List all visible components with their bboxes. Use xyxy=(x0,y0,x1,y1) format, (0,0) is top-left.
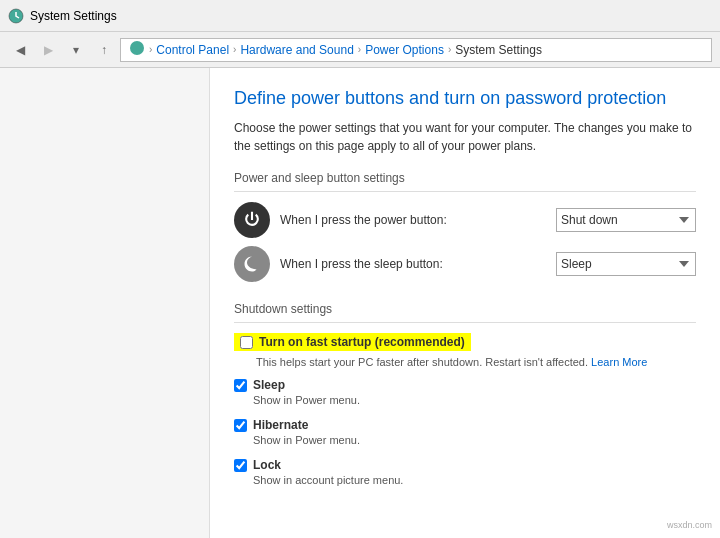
lock-shutdown-item: Lock Show in account picture menu. xyxy=(234,458,696,486)
hibernate-checkbox[interactable] xyxy=(234,419,247,432)
sleep-content: Sleep Show in Power menu. xyxy=(253,378,360,406)
main-container: Define power buttons and turn on passwor… xyxy=(0,68,720,538)
left-panel xyxy=(0,68,210,538)
sleep-button-label: When I press the sleep button: xyxy=(280,257,546,271)
sleep-button-dropdown[interactable]: Sleep Do nothing Hibernate Shut down xyxy=(556,252,696,276)
lock-content: Lock Show in account picture menu. xyxy=(253,458,403,486)
up-button[interactable]: ↑ xyxy=(92,38,116,62)
sleep-shutdown-item: Sleep Show in Power menu. xyxy=(234,378,696,406)
breadcrumb-hardware-sound[interactable]: Hardware and Sound xyxy=(240,43,353,57)
nav-bar: ◀ ▶ ▾ ↑ › Control Panel › Hardware and S… xyxy=(0,32,720,68)
sleep-label[interactable]: Sleep xyxy=(253,378,285,392)
lock-checkbox[interactable] xyxy=(234,459,247,472)
hibernate-content: Hibernate Show in Power menu. xyxy=(253,418,360,446)
sleep-desc: Show in Power menu. xyxy=(253,394,360,406)
power-section-header: Power and sleep button settings xyxy=(234,171,696,192)
learn-more-link[interactable]: Learn More xyxy=(591,356,647,368)
fast-startup-desc: This helps start your PC faster after sh… xyxy=(256,356,696,368)
button-settings-section: Power and sleep button settings When I p… xyxy=(234,171,696,282)
content-panel: Define power buttons and turn on passwor… xyxy=(210,68,720,538)
breadcrumb-icon xyxy=(129,40,145,59)
breadcrumb-sep-3: › xyxy=(448,44,451,55)
back-button[interactable]: ◀ xyxy=(8,38,32,62)
power-button-row: When I press the power button: Shut down… xyxy=(234,202,696,238)
svg-point-1 xyxy=(130,41,144,55)
dropdown-button[interactable]: ▾ xyxy=(64,38,88,62)
title-bar-text: System Settings xyxy=(30,9,117,23)
sleep-button-row: When I press the sleep button: Sleep Do … xyxy=(234,246,696,282)
breadcrumb-sep-0: › xyxy=(149,44,152,55)
power-icon xyxy=(234,202,270,238)
breadcrumb-current: System Settings xyxy=(455,43,542,57)
lock-label[interactable]: Lock xyxy=(253,458,281,472)
page-title: Define power buttons and turn on passwor… xyxy=(234,88,696,109)
fast-startup-checkbox[interactable] xyxy=(240,336,253,349)
breadcrumb: › Control Panel › Hardware and Sound › P… xyxy=(120,38,712,62)
page-description: Choose the power settings that you want … xyxy=(234,119,696,155)
power-button-label: When I press the power button: xyxy=(280,213,546,227)
breadcrumb-power-options[interactable]: Power Options xyxy=(365,43,444,57)
fast-startup-label[interactable]: Turn on fast startup (recommended) xyxy=(259,335,465,349)
title-bar: System Settings xyxy=(0,0,720,32)
lock-desc: Show in account picture menu. xyxy=(253,474,403,486)
shutdown-settings-section: Shutdown settings Turn on fast startup (… xyxy=(234,302,696,486)
breadcrumb-sep-2: › xyxy=(358,44,361,55)
hibernate-desc: Show in Power menu. xyxy=(253,434,360,446)
shutdown-section-header: Shutdown settings xyxy=(234,302,696,323)
breadcrumb-control-panel[interactable]: Control Panel xyxy=(156,43,229,57)
settings-icon xyxy=(8,8,24,24)
power-button-dropdown[interactable]: Shut down Do nothing Sleep Hibernate Tur… xyxy=(556,208,696,232)
hibernate-shutdown-item: Hibernate Show in Power menu. xyxy=(234,418,696,446)
hibernate-label[interactable]: Hibernate xyxy=(253,418,308,432)
breadcrumb-sep-1: › xyxy=(233,44,236,55)
sleep-icon xyxy=(234,246,270,282)
watermark: wsxdn.com xyxy=(667,520,712,530)
fast-startup-wrapper: Turn on fast startup (recommended) This … xyxy=(234,333,696,368)
sleep-checkbox[interactable] xyxy=(234,379,247,392)
forward-button[interactable]: ▶ xyxy=(36,38,60,62)
